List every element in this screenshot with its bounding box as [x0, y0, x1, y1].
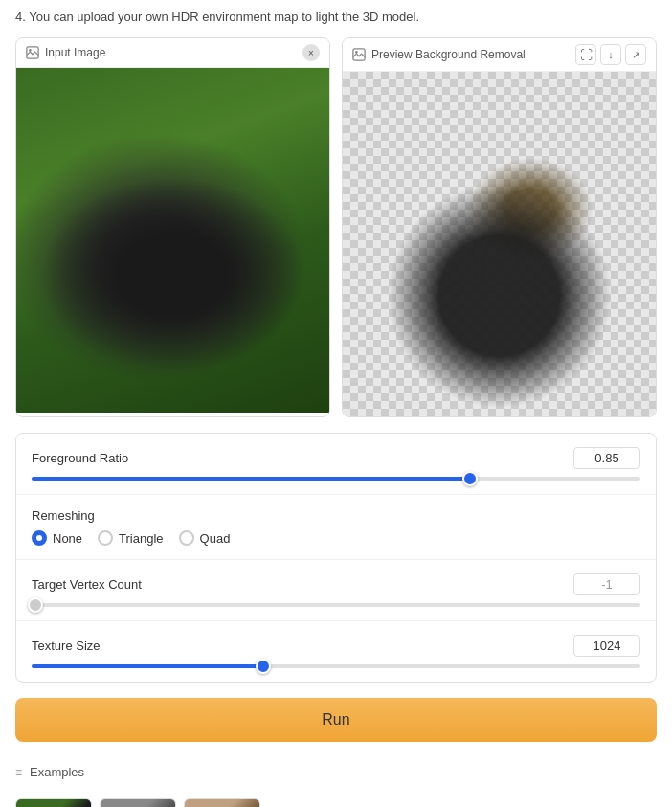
close-icon: × [308, 48, 314, 58]
texture-size-input[interactable] [573, 635, 640, 657]
texture-size-slider-track[interactable] [32, 664, 640, 668]
remeshing-none-radio[interactable] [32, 530, 47, 546]
remeshing-none-label: None [53, 531, 82, 546]
expand-button[interactable]: ⛶ [575, 44, 596, 65]
foreground-ratio-label-row: Foreground Ratio [32, 447, 640, 469]
foreground-ratio-input[interactable] [573, 447, 640, 469]
preview-panel-actions: ⛶ ↓ ↗ [575, 44, 646, 65]
foreground-ratio-slider-track[interactable] [32, 477, 640, 481]
remeshing-none-option[interactable]: None [32, 530, 82, 546]
remeshing-label-row: Remeshing [32, 508, 640, 523]
close-input-button[interactable]: × [302, 44, 320, 61]
examples-thumbnails [0, 798, 672, 807]
examples-icon: ≡ [15, 766, 22, 779]
run-button[interactable]: Run [15, 698, 657, 742]
top-note-text: 4. You can upload your own HDR environme… [15, 10, 419, 24]
target-vertex-count-slider-thumb [28, 597, 43, 613]
remeshing-triangle-label: Triangle [119, 531, 163, 546]
target-vertex-count-label-row: Target Vertex Count [32, 573, 640, 595]
input-image-body [16, 68, 329, 413]
run-button-label: Run [322, 711, 349, 728]
example-thumb-3[interactable] [184, 798, 260, 807]
input-panel-header: Input Image × [16, 38, 329, 68]
target-vertex-count-input[interactable] [573, 573, 640, 595]
texture-size-row: Texture Size [16, 621, 656, 682]
preview-shoe-image [343, 72, 656, 416]
preview-panel-header-left: Preview Background Removal [352, 48, 526, 61]
images-container: Input Image × Preview Background Removal [0, 37, 672, 417]
image-icon [26, 46, 39, 59]
foreground-ratio-slider-thumb[interactable] [462, 471, 478, 486]
remeshing-quad-label: Quad [200, 531, 231, 546]
example-thumb-1-image [16, 799, 91, 807]
share-button[interactable]: ↗ [625, 44, 646, 65]
foreground-ratio-label: Foreground Ratio [32, 451, 128, 465]
input-panel-label: Input Image [45, 46, 105, 59]
remeshing-quad-radio[interactable] [179, 530, 194, 546]
examples-label: Examples [30, 765, 84, 779]
preview-checker-background [343, 72, 656, 416]
remeshing-label: Remeshing [32, 508, 95, 523]
texture-size-label-row: Texture Size [32, 635, 640, 657]
remeshing-radio-group: None Triangle Quad [32, 530, 640, 546]
foreground-ratio-slider-fill [32, 477, 470, 481]
remeshing-triangle-radio[interactable] [98, 530, 113, 546]
controls-section: Foreground Ratio Remeshing None Triangle [15, 433, 657, 683]
download-icon: ↓ [608, 49, 614, 60]
target-vertex-count-label: Target Vertex Count [32, 577, 142, 592]
preview-panel-label: Preview Background Removal [371, 48, 526, 61]
texture-size-label: Texture Size [32, 639, 101, 653]
preview-image-icon [352, 48, 366, 61]
texture-size-slider-thumb[interactable] [256, 659, 271, 674]
examples-section: ≡ Examples [0, 757, 672, 795]
download-button[interactable]: ↓ [600, 44, 621, 65]
example-thumb-2[interactable] [100, 798, 176, 807]
input-image-panel: Input Image × [15, 37, 330, 417]
remeshing-quad-option[interactable]: Quad [179, 530, 231, 546]
remeshing-row: Remeshing None Triangle Quad [16, 495, 656, 560]
expand-icon: ⛶ [580, 48, 593, 62]
share-icon: ↗ [632, 49, 640, 61]
target-vertex-count-row: Target Vertex Count [16, 560, 656, 621]
preview-panel: Preview Background Removal ⛶ ↓ ↗ [342, 37, 657, 417]
top-note: 4. You can upload your own HDR environme… [0, 0, 672, 37]
texture-size-slider-fill [32, 664, 263, 668]
input-shoe-image [16, 68, 329, 413]
example-thumb-1[interactable] [15, 798, 92, 807]
foreground-ratio-row: Foreground Ratio [16, 434, 656, 495]
remeshing-triangle-option[interactable]: Triangle [98, 530, 163, 546]
input-panel-header-left: Input Image [26, 46, 105, 59]
preview-panel-header: Preview Background Removal ⛶ ↓ ↗ [343, 38, 656, 72]
target-vertex-count-slider-track [32, 603, 640, 607]
